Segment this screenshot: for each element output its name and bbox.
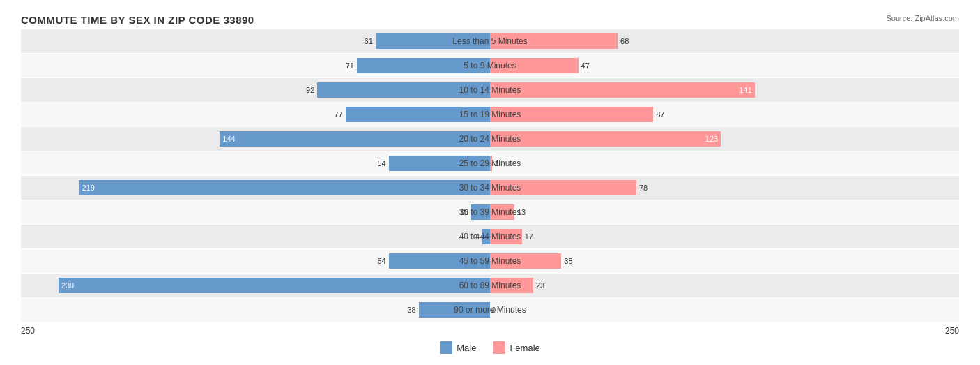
male-value-inside: 219 bbox=[79, 184, 94, 192]
female-value-outside: 87 bbox=[653, 110, 664, 119]
source-label: Source: ZipAtlas.com bbox=[886, 14, 959, 22]
female-value-outside: 38 bbox=[561, 257, 572, 265]
male-value-outside: 92 bbox=[306, 86, 317, 94]
male-half: 54 bbox=[21, 249, 490, 273]
table-row: 144 20 to 24 Minutes 123 bbox=[21, 127, 959, 151]
female-half: 68 bbox=[490, 29, 959, 53]
male-bar bbox=[419, 302, 490, 318]
female-half: 17 bbox=[490, 225, 959, 248]
female-bar bbox=[490, 33, 618, 49]
male-half: 71 bbox=[21, 54, 490, 77]
female-legend-box bbox=[493, 341, 505, 354]
legend: Male Female bbox=[21, 341, 959, 354]
female-bar bbox=[490, 278, 533, 293]
male-bar bbox=[376, 33, 490, 49]
male-bar bbox=[346, 107, 490, 122]
male-half: 54 bbox=[21, 151, 490, 175]
female-half: 13 bbox=[490, 200, 959, 224]
female-value-outside: 17 bbox=[522, 232, 533, 241]
female-value-outside: 13 bbox=[514, 208, 526, 216]
chart-title: COMMUTE TIME BY SEX IN ZIP CODE 33890 bbox=[21, 14, 254, 26]
table-row: 219 30 to 34 Minutes 78 bbox=[21, 176, 959, 200]
male-bar: 230 bbox=[59, 278, 490, 293]
female-bar bbox=[490, 107, 653, 122]
male-half: 10 bbox=[21, 200, 490, 224]
male-bar bbox=[389, 253, 490, 269]
female-half: 78 bbox=[490, 176, 959, 200]
female-half: 123 bbox=[490, 127, 959, 151]
male-value-outside: 4 bbox=[475, 232, 482, 241]
male-bar bbox=[317, 82, 490, 98]
male-bar bbox=[482, 229, 490, 244]
table-row: 54 25 to 29 Minutes 1 bbox=[21, 151, 959, 175]
female-value-outside: 1 bbox=[492, 159, 499, 167]
female-half: 47 bbox=[490, 54, 959, 77]
table-row: 71 5 to 9 Minutes 47 bbox=[21, 54, 959, 77]
female-bar bbox=[490, 58, 579, 73]
table-row: 4 40 to 44 Minutes 17 bbox=[21, 225, 959, 248]
female-legend-label: Female bbox=[510, 343, 539, 353]
male-legend-box bbox=[440, 341, 452, 354]
male-legend-label: Male bbox=[457, 343, 476, 353]
female-bar: 141 bbox=[490, 82, 755, 98]
female-bar bbox=[490, 180, 636, 195]
male-value-outside: 77 bbox=[334, 110, 345, 119]
male-value-outside: 54 bbox=[377, 257, 388, 265]
female-half: 38 bbox=[490, 249, 959, 273]
female-bar: 123 bbox=[490, 131, 721, 147]
chart-wrapper: COMMUTE TIME BY SEX IN ZIP CODE 33890 So… bbox=[21, 14, 959, 354]
male-half: 219 bbox=[21, 176, 490, 200]
male-half: 4 bbox=[21, 225, 490, 248]
male-half: 230 bbox=[21, 274, 490, 297]
female-bar bbox=[490, 253, 561, 269]
female-value-outside: 23 bbox=[533, 281, 544, 290]
male-half: 61 bbox=[21, 29, 490, 53]
male-bar bbox=[471, 204, 490, 220]
male-value-inside: 230 bbox=[59, 281, 74, 290]
male-half: 92 bbox=[21, 78, 490, 102]
axis-area: 250 250 bbox=[21, 326, 959, 336]
male-value-outside: 71 bbox=[346, 61, 357, 70]
legend-female: Female bbox=[493, 341, 539, 354]
axis-left: 250 bbox=[21, 326, 35, 336]
male-value-inside: 144 bbox=[220, 135, 235, 143]
male-half: 77 bbox=[21, 103, 490, 126]
table-row: 10 35 to 39 Minutes 13 bbox=[21, 200, 959, 224]
male-half: 38 bbox=[21, 298, 490, 322]
female-value-inside: 123 bbox=[705, 135, 721, 143]
male-value-outside: 10 bbox=[460, 208, 471, 216]
male-bar: 144 bbox=[220, 131, 490, 147]
table-row: 54 45 to 59 Minutes 38 bbox=[21, 249, 959, 273]
table-row: 92 10 to 14 Minutes 141 bbox=[21, 78, 959, 102]
female-half: 23 bbox=[490, 274, 959, 297]
female-value-outside: 68 bbox=[618, 37, 629, 45]
female-value-outside: 47 bbox=[579, 61, 590, 70]
female-value-inside: 141 bbox=[739, 86, 754, 94]
table-row: 38 90 or more Minutes 0 bbox=[21, 298, 959, 322]
male-value-outside: 61 bbox=[365, 37, 376, 45]
chart-area: 61 Less than 5 Minutes 68 71 5 to 9 Minu… bbox=[21, 29, 959, 322]
male-half: 144 bbox=[21, 127, 490, 151]
male-value-outside: 38 bbox=[407, 306, 418, 314]
axis-right: 250 bbox=[945, 326, 959, 336]
table-row: 230 60 to 89 Minutes 23 bbox=[21, 274, 959, 297]
male-bar bbox=[357, 58, 490, 73]
male-bar bbox=[389, 156, 490, 171]
female-bar bbox=[490, 204, 514, 220]
female-value-zero: 0 bbox=[491, 306, 496, 314]
female-bar bbox=[490, 229, 522, 244]
legend-male: Male bbox=[440, 341, 476, 354]
table-row: 77 15 to 19 Minutes 87 bbox=[21, 103, 959, 126]
male-value-outside: 54 bbox=[377, 159, 388, 167]
female-half: 87 bbox=[490, 103, 959, 126]
male-bar: 219 bbox=[79, 180, 490, 195]
female-half: 0 bbox=[490, 298, 959, 322]
female-half: 1 bbox=[490, 151, 959, 175]
table-row: 61 Less than 5 Minutes 68 bbox=[21, 29, 959, 53]
female-half: 141 bbox=[490, 78, 959, 102]
female-value-outside: 78 bbox=[636, 184, 648, 192]
